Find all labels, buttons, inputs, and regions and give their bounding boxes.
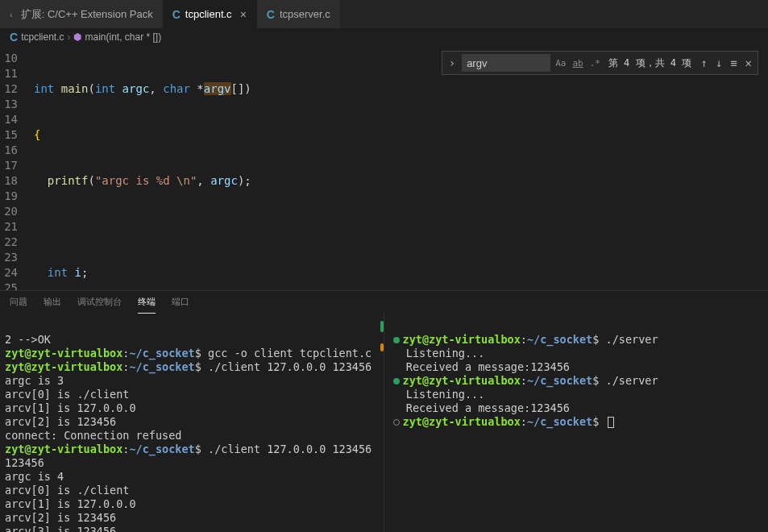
find-count: 第 4 项，共 4 项 bbox=[608, 56, 691, 71]
tab-label: tcpclient.c bbox=[185, 8, 232, 20]
close-icon[interactable]: ✕ bbox=[743, 56, 754, 71]
breadcrumb-symbol: main(int, char * []) bbox=[85, 31, 161, 43]
chevron-left-icon: ‹ bbox=[10, 10, 13, 19]
symbol-icon: ⬢ bbox=[73, 31, 81, 43]
tab-tcpserver[interactable]: C tcpserver.c bbox=[257, 0, 341, 28]
panel-tabs: 问题 输出 调试控制台 终端 端口 bbox=[0, 290, 768, 313]
split-marker-icon bbox=[380, 321, 384, 332]
close-icon[interactable]: × bbox=[240, 8, 247, 21]
tab-tcpclient[interactable]: C tcpclient.c × bbox=[163, 0, 257, 28]
search-input[interactable] bbox=[462, 54, 550, 72]
panel-tab-problems[interactable]: 问题 bbox=[10, 291, 27, 313]
terminal-left[interactable]: 2 -->OK zyt@zyt-virtualbox:~/c_socket$ g… bbox=[0, 313, 380, 532]
prev-match-icon[interactable]: ↑ bbox=[698, 56, 709, 71]
tab-label: tcpserver.c bbox=[280, 8, 330, 20]
cursor-icon bbox=[608, 417, 614, 428]
line-gutter: 101112 131415 161718 192021 222324 25 bbox=[0, 46, 34, 290]
breadcrumb-file: tcpclient.c bbox=[21, 31, 64, 43]
next-match-icon[interactable]: ↓ bbox=[713, 56, 724, 71]
tab-ext-label: 扩展: C/C++ Extension Pack bbox=[21, 7, 153, 22]
chevron-right-icon: › bbox=[67, 31, 70, 43]
chevron-right-icon[interactable]: › bbox=[446, 56, 459, 71]
split-marker-icon bbox=[380, 343, 384, 351]
panel-tab-ports[interactable]: 端口 bbox=[172, 291, 189, 313]
status-dot-icon bbox=[393, 378, 400, 384]
terminal-area: 2 -->OK zyt@zyt-virtualbox:~/c_socket$ g… bbox=[0, 313, 768, 532]
c-file-icon: C bbox=[267, 8, 275, 21]
editor-tabs: ‹ 扩展: C/C++ Extension Pack C tcpclient.c… bbox=[0, 0, 768, 28]
find-in-selection-icon[interactable]: ≡ bbox=[728, 56, 739, 71]
whole-word-button[interactable]: ab bbox=[571, 56, 584, 71]
code-area[interactable]: int main(int argc, char *argv[]) { print… bbox=[34, 46, 768, 290]
panel-tab-debug[interactable]: 调试控制台 bbox=[77, 291, 122, 313]
terminal-splitter[interactable] bbox=[380, 313, 388, 532]
c-file-icon: C bbox=[172, 8, 181, 21]
panel-tab-terminal[interactable]: 终端 bbox=[138, 291, 156, 314]
tab-extension[interactable]: ‹ 扩展: C/C++ Extension Pack bbox=[0, 0, 163, 28]
editor[interactable]: 101112 131415 161718 192021 222324 25 in… bbox=[0, 46, 768, 290]
status-dot-icon bbox=[393, 337, 400, 343]
match-case-button[interactable]: Aa bbox=[554, 56, 567, 71]
c-file-icon: C bbox=[10, 31, 18, 44]
status-dot-icon bbox=[393, 419, 400, 426]
panel-tab-output[interactable]: 输出 bbox=[44, 291, 61, 313]
terminal-right[interactable]: zyt@zyt-virtualbox:~/c_socket$ ./server … bbox=[388, 313, 769, 532]
breadcrumb[interactable]: C tcpclient.c › ⬢ main(int, char * []) bbox=[0, 28, 768, 46]
find-widget: › Aa ab .* 第 4 项，共 4 项 ↑ ↓ ≡ ✕ bbox=[442, 51, 758, 75]
regex-button[interactable]: .* bbox=[588, 56, 602, 71]
